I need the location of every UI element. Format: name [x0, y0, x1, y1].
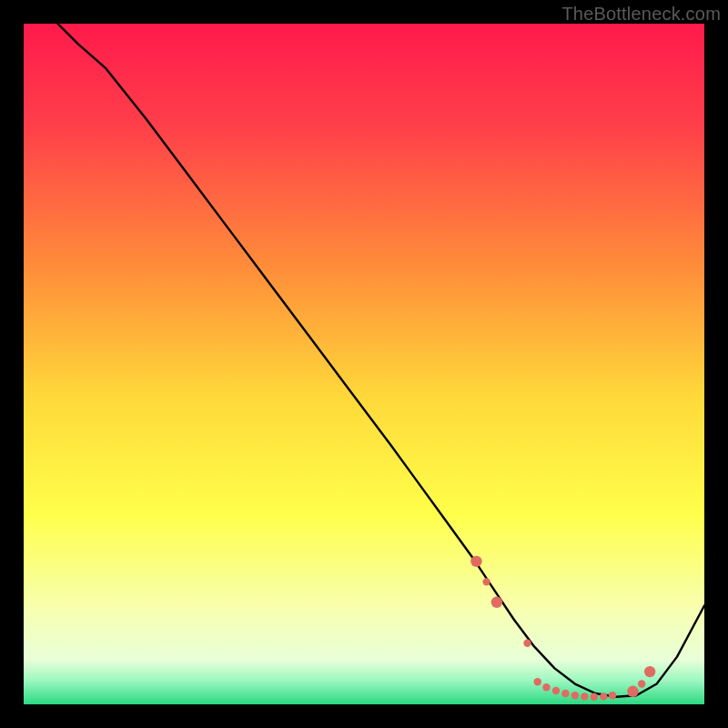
watermark-text: TheBottleneck.com — [561, 4, 721, 25]
chart-canvas — [24, 24, 704, 704]
outer-frame: TheBottleneck.com — [0, 0, 728, 728]
